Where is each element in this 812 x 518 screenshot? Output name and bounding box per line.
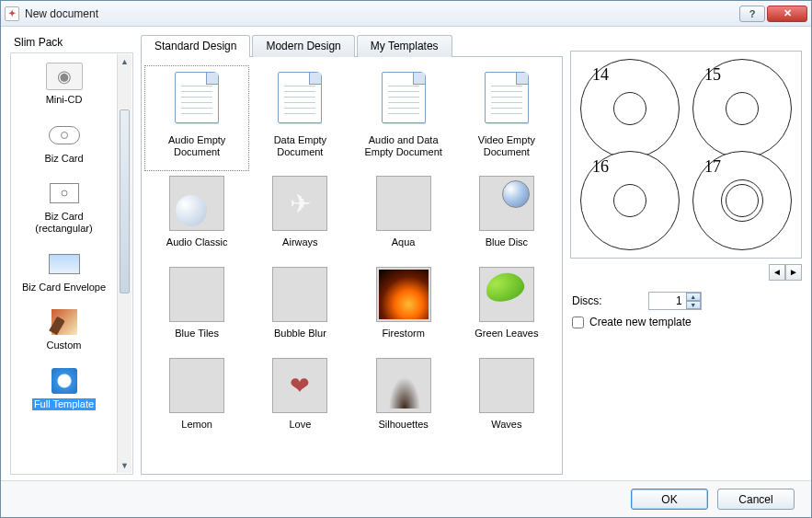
category-label: Biz Card Envelope (20, 282, 108, 294)
tab-my-templates[interactable]: My Templates (357, 35, 452, 57)
template-label: Lemon (181, 419, 212, 431)
discs-up-button[interactable]: ▲ (686, 293, 701, 301)
biz-card-rect-icon (46, 179, 83, 207)
preview-disc: 15 (692, 59, 792, 158)
disc-number: 14 (592, 65, 609, 85)
disc-number: 16 (592, 157, 609, 177)
template-thumbnail (479, 267, 534, 322)
titlebar: ✦ New document ? ✕ (1, 1, 811, 27)
category-mini-cd[interactable]: ◉ Mini-CD (11, 57, 117, 116)
design-tabs: Standard Design Modern Design My Templat… (141, 34, 563, 56)
template-silhouettes[interactable]: Silhouettes (352, 352, 455, 443)
template-label: Firestorm (382, 328, 424, 340)
template-label: Green Leaves (475, 328, 538, 340)
document-icon (382, 72, 426, 129)
scroll-down-icon[interactable]: ▼ (118, 458, 132, 473)
template-label: Aqua (392, 236, 416, 248)
template-thumbnail (169, 176, 224, 231)
sidebar-scrollbar[interactable]: ▲ ▼ (117, 54, 132, 473)
template-label: Blue Disc (486, 236, 528, 248)
preview-pager: ◄ ► (570, 264, 802, 282)
template-waves[interactable]: Waves (455, 352, 558, 443)
template-lemon[interactable]: Lemon (145, 352, 248, 443)
preview-disc: 14 (580, 59, 680, 158)
custom-icon (46, 308, 83, 336)
template-blue-disc[interactable]: Blue Disc (455, 170, 558, 261)
template-thumbnail (272, 176, 327, 231)
template-label: Data Empty Document (254, 134, 346, 157)
new-document-dialog: ✦ New document ? ✕ Slim Pack ◉ Mini-CD B… (0, 0, 812, 518)
window-title: New document (25, 7, 738, 20)
dialog-footer: OK Cancel (1, 480, 811, 517)
category-label: Mini-CD (44, 94, 85, 107)
template-label: Audio Classic (166, 236, 228, 248)
template-audio-data-empty[interactable]: Audio and Data Empty Document (352, 66, 455, 170)
scrollbar-thumb[interactable] (120, 109, 130, 294)
next-page-button[interactable]: ► (785, 264, 802, 281)
discs-input[interactable] (649, 293, 686, 309)
right-panel: 14 15 16 17 ◄ ► Discs: ▲ ▼ (570, 51, 802, 475)
document-icon (278, 72, 322, 129)
template-label: Airways (282, 236, 318, 248)
template-video-empty[interactable]: Video Empty Document (455, 66, 558, 170)
app-icon: ✦ (5, 6, 19, 21)
options-panel: Discs: ▲ ▼ Create new template (570, 288, 802, 332)
template-thumbnail (376, 176, 431, 231)
template-firestorm[interactable]: Firestorm (352, 261, 455, 352)
category-biz-card-rect[interactable]: Biz Card (rectangular) (11, 174, 117, 244)
template-bubble-blur[interactable]: Bubble Blur (248, 261, 351, 352)
category-sidebar: Slim Pack ◉ Mini-CD Biz Card Biz Card (r… (10, 34, 133, 475)
cancel-button[interactable]: Cancel (717, 489, 795, 510)
template-label: Video Empty Document (461, 134, 553, 157)
template-label: Blue Tiles (175, 328, 219, 340)
biz-card-icon (46, 121, 83, 149)
template-thumbnail (169, 358, 224, 413)
scroll-up-icon[interactable]: ▲ (118, 54, 132, 69)
template-thumbnail (479, 176, 534, 231)
category-label: Biz Card (42, 153, 85, 166)
tab-modern-design[interactable]: Modern Design (252, 35, 354, 57)
template-blue-tiles[interactable]: Blue Tiles (145, 261, 248, 352)
help-button[interactable]: ? (739, 6, 765, 22)
disc-number: 15 (704, 65, 721, 85)
tab-standard-design[interactable]: Standard Design (141, 35, 250, 57)
template-label: Waves (491, 419, 521, 431)
template-love[interactable]: Love (248, 352, 351, 443)
template-audio-empty[interactable]: Audio Empty Document (145, 66, 248, 170)
template-thumbnail (376, 358, 431, 413)
template-audio-classic[interactable]: Audio Classic (145, 170, 248, 261)
template-green-leaves[interactable]: Green Leaves (455, 261, 558, 352)
discs-down-button[interactable]: ▼ (686, 301, 701, 309)
full-template-icon (46, 367, 83, 395)
ok-button[interactable]: OK (631, 489, 708, 510)
template-grid[interactable]: Audio Empty DocumentData Empty DocumentA… (141, 56, 563, 475)
template-thumbnail (376, 267, 431, 322)
category-list[interactable]: ◉ Mini-CD Biz Card Biz Card (rectangular… (10, 52, 133, 475)
preview-disc: 17 (692, 151, 792, 250)
category-label: Full Template (32, 398, 96, 411)
prev-page-button[interactable]: ◄ (769, 264, 785, 281)
category-label: Custom (45, 340, 84, 352)
template-label: Audio Empty Document (151, 134, 243, 157)
template-thumbnail (272, 358, 327, 413)
create-new-template-checkbox[interactable] (572, 317, 584, 328)
template-thumbnail (169, 267, 224, 322)
category-custom[interactable]: Custom (11, 303, 117, 362)
category-biz-card[interactable]: Biz Card (11, 116, 117, 175)
sidebar-header: Slim Pack (10, 34, 133, 52)
close-button[interactable]: ✕ (767, 6, 807, 22)
template-thumbnail (479, 358, 534, 413)
create-new-template-label: Create new template (589, 316, 692, 328)
discs-stepper[interactable]: ▲ ▼ (648, 292, 702, 310)
category-full-template[interactable]: Full Template (11, 362, 117, 420)
category-biz-card-envelope[interactable]: Biz Card Envelope (11, 245, 117, 304)
disc-number: 17 (704, 157, 721, 177)
template-airways[interactable]: Airways (248, 170, 351, 261)
envelope-icon (46, 250, 83, 278)
cd-icon: ◉ (46, 63, 83, 90)
preview-disc: 16 (580, 151, 680, 250)
category-label: Biz Card (rectangular) (13, 211, 115, 235)
template-data-empty[interactable]: Data Empty Document (248, 66, 351, 170)
template-label: Silhouettes (378, 419, 428, 431)
template-aqua[interactable]: Aqua (352, 170, 455, 261)
